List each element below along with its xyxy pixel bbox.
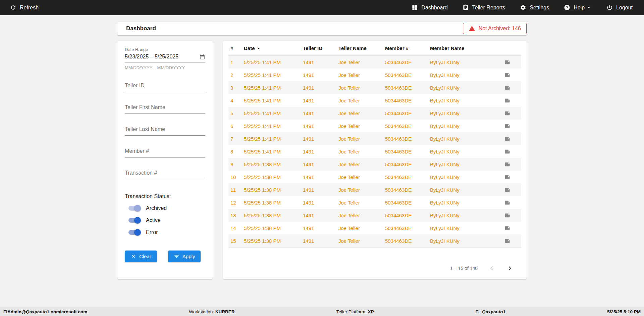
table-row[interactable]: 11 5/25/25 1:38 PM 1491 Joe Teller 50344… bbox=[228, 183, 521, 196]
cell-teller-name: Joe Teller bbox=[338, 136, 385, 142]
toggle-archived[interactable]: Archived bbox=[128, 205, 205, 212]
note-icon[interactable] bbox=[504, 213, 510, 218]
note-icon[interactable] bbox=[504, 110, 510, 116]
clear-button[interactable]: Clear bbox=[125, 251, 157, 262]
note-icon[interactable] bbox=[504, 238, 510, 244]
cell-date: 5/25/25 1:38 PM bbox=[244, 238, 303, 244]
platform-label: Teller Platform: bbox=[336, 309, 367, 314]
table-row[interactable]: 8 5/25/25 1:41 PM 1491 Joe Teller 503446… bbox=[228, 145, 521, 158]
archived-switch[interactable] bbox=[128, 205, 141, 212]
cell-date: 5/25/25 1:41 PM bbox=[244, 149, 303, 154]
table-row[interactable]: 6 5/25/25 1:41 PM 1491 Joe Teller 503446… bbox=[228, 120, 521, 132]
apply-button[interactable]: Apply bbox=[168, 251, 201, 262]
calendar-icon[interactable] bbox=[199, 54, 205, 60]
cell-teller-id: 1491 bbox=[303, 200, 338, 206]
cell-member: 5034463DE bbox=[385, 187, 430, 193]
note-icon[interactable] bbox=[504, 225, 510, 231]
cell-note bbox=[504, 149, 519, 154]
cell-teller-id: 1491 bbox=[303, 187, 338, 193]
cell-teller-id: 1491 bbox=[303, 110, 338, 116]
table-row[interactable]: 14 5/25/25 1:38 PM 1491 Joe Teller 50344… bbox=[228, 222, 521, 234]
table-row[interactable]: 3 5/25/25 1:41 PM 1491 Joe Teller 503446… bbox=[228, 81, 521, 94]
note-icon[interactable] bbox=[504, 123, 510, 129]
note-icon[interactable] bbox=[504, 174, 510, 180]
not-archived-label: Not Archived: 146 bbox=[479, 26, 521, 32]
table-row[interactable]: 12 5/25/25 1:38 PM 1491 Joe Teller 50344… bbox=[228, 196, 521, 209]
cell-member-name: ByLyJI KUNy bbox=[430, 213, 504, 218]
note-icon[interactable] bbox=[504, 85, 510, 91]
filter-panel: Date Range MM/DD/YYYY – MM/DD/YYYY Tran bbox=[117, 41, 213, 279]
nav-dashboard[interactable]: Dashboard bbox=[412, 4, 447, 11]
teller-reports-icon bbox=[463, 4, 469, 11]
filter-actions: Clear Apply bbox=[125, 251, 205, 262]
teller-last-name-input[interactable] bbox=[125, 126, 205, 132]
note-icon[interactable] bbox=[504, 187, 510, 193]
nav-teller-reports[interactable]: Teller Reports bbox=[463, 4, 505, 11]
not-archived-badge[interactable]: Not Archived: 146 bbox=[463, 23, 527, 34]
platform-value: XP bbox=[368, 309, 374, 314]
note-icon[interactable] bbox=[504, 136, 510, 142]
toggle-active[interactable]: Active bbox=[128, 217, 205, 224]
member-number-field bbox=[125, 148, 205, 157]
nav-settings-label: Settings bbox=[530, 5, 549, 11]
table-row[interactable]: 15 5/25/25 1:38 PM 1491 Joe Teller 50344… bbox=[228, 234, 521, 247]
cell-date: 5/25/25 1:38 PM bbox=[244, 187, 303, 193]
cell-num: 10 bbox=[230, 174, 244, 180]
col-date-sort[interactable]: Date bbox=[244, 45, 303, 52]
cell-date: 5/25/25 1:38 PM bbox=[244, 162, 303, 167]
pagination: 1 – 15 of 146 bbox=[450, 264, 514, 272]
table-row[interactable]: 7 5/25/25 1:41 PM 1491 Joe Teller 503446… bbox=[228, 132, 521, 145]
note-icon[interactable] bbox=[504, 200, 510, 206]
cell-teller-name: Joe Teller bbox=[338, 72, 385, 78]
next-page-button[interactable] bbox=[506, 264, 514, 272]
clear-button-label: Clear bbox=[139, 254, 151, 259]
teller-first-name-input[interactable] bbox=[125, 104, 205, 110]
transaction-number-input[interactable] bbox=[125, 170, 205, 176]
cell-member: 5034463DE bbox=[385, 123, 430, 129]
nav-logout[interactable]: Logout bbox=[606, 4, 633, 11]
refresh-icon bbox=[10, 4, 16, 11]
cell-date: 5/25/25 1:41 PM bbox=[244, 136, 303, 142]
table-row[interactable]: 13 5/25/25 1:38 PM 1491 Joe Teller 50344… bbox=[228, 209, 521, 222]
table-row[interactable]: 5 5/25/25 1:41 PM 1491 Joe Teller 503446… bbox=[228, 107, 521, 120]
cell-date: 5/25/25 1:41 PM bbox=[244, 72, 303, 78]
nav-help[interactable]: Help bbox=[564, 4, 592, 11]
date-range-input[interactable] bbox=[125, 54, 199, 60]
col-teller-name: Teller Name bbox=[338, 45, 385, 51]
note-icon[interactable] bbox=[504, 59, 510, 65]
active-switch[interactable] bbox=[128, 217, 141, 224]
refresh-button[interactable]: Refresh bbox=[10, 4, 39, 11]
cell-num: 3 bbox=[230, 85, 244, 91]
top-bar: Refresh Dashboard Teller Reports Setting… bbox=[0, 0, 644, 15]
toggle-error[interactable]: Error bbox=[128, 229, 205, 236]
teller-id-input[interactable] bbox=[125, 83, 205, 89]
member-number-input[interactable] bbox=[125, 148, 205, 154]
filter-icon bbox=[174, 254, 179, 259]
status-fi: FI: Qaxpauto1 bbox=[476, 309, 505, 314]
note-icon[interactable] bbox=[504, 162, 510, 167]
page-title: Dashboard bbox=[126, 25, 156, 32]
note-icon[interactable] bbox=[504, 98, 510, 103]
cell-date: 5/25/25 1:38 PM bbox=[244, 200, 303, 206]
cell-teller-name: Joe Teller bbox=[338, 213, 385, 218]
table-row[interactable]: 4 5/25/25 1:41 PM 1491 Joe Teller 503446… bbox=[228, 94, 521, 107]
cell-member: 5034463DE bbox=[385, 98, 430, 103]
nav-settings[interactable]: Settings bbox=[520, 4, 549, 11]
note-icon[interactable] bbox=[504, 72, 510, 78]
table-row[interactable]: 2 5/25/25 1:41 PM 1491 Joe Teller 503446… bbox=[228, 69, 521, 81]
cell-member: 5034463DE bbox=[385, 174, 430, 180]
table-row[interactable]: 9 5/25/25 1:38 PM 1491 Joe Teller 503446… bbox=[228, 158, 521, 171]
cell-teller-name: Joe Teller bbox=[338, 238, 385, 244]
cell-member: 5034463DE bbox=[385, 213, 430, 218]
cell-teller-name: Joe Teller bbox=[338, 110, 385, 116]
cell-num: 13 bbox=[230, 213, 244, 218]
cell-teller-id: 1491 bbox=[303, 213, 338, 218]
cell-member: 5034463DE bbox=[385, 85, 430, 91]
note-icon[interactable] bbox=[504, 149, 510, 154]
table-row[interactable]: 10 5/25/25 1:38 PM 1491 Joe Teller 50344… bbox=[228, 171, 521, 183]
cell-note bbox=[504, 110, 519, 116]
prev-page-button[interactable] bbox=[488, 264, 496, 272]
error-switch[interactable] bbox=[128, 229, 141, 236]
teller-id-field bbox=[125, 83, 205, 92]
table-row[interactable]: 1 5/25/25 1:41 PM 1491 Joe Teller 503446… bbox=[228, 56, 521, 69]
